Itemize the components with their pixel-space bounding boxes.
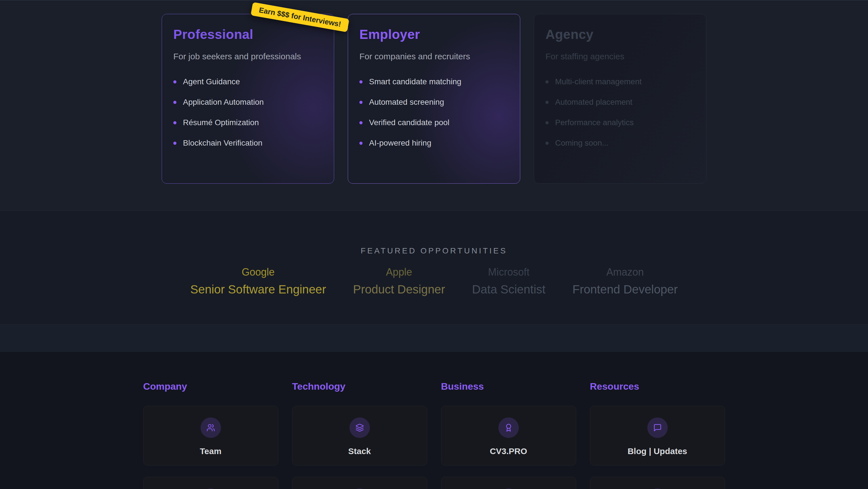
layers-icon — [349, 418, 370, 438]
job-company: Amazon — [572, 266, 678, 278]
footer-card-label: CV3.PRO — [490, 447, 527, 456]
bullet-dot-icon — [360, 142, 363, 145]
plan-feature-label: Automated screening — [369, 98, 444, 106]
job-role: Product Designer — [353, 283, 445, 296]
plan-feature-label: AI-powered hiring — [369, 139, 431, 147]
plan-card-employer[interactable]: Employer For companies and recruiters Sm… — [348, 14, 520, 183]
featured-jobs-row: Google Senior Software Engineer Apple Pr… — [0, 266, 868, 296]
footer-card-partial[interactable] — [441, 477, 576, 489]
bullet-dot-icon — [173, 80, 177, 83]
footer-card-cv3pro[interactable]: CV3.PRO — [441, 406, 576, 465]
job-role: Frontend Developer — [572, 283, 678, 296]
users-icon — [200, 418, 221, 438]
footer-column-company: Company Team — [143, 381, 278, 489]
section-divider-strip — [0, 325, 868, 352]
footer-card-partial[interactable] — [143, 477, 278, 489]
plan-feature-label: Smart candidate matching — [369, 78, 461, 86]
plan-card-agency: Agency For staffing agencies Multi-clien… — [534, 14, 706, 183]
plan-feature-label: Résumé Optimization — [183, 119, 259, 126]
plan-card-professional[interactable]: Professional For job seekers and profess… — [162, 14, 334, 183]
job-company: Apple — [353, 266, 445, 278]
plan-feature: Automated screening — [360, 98, 508, 106]
plan-feature: Agent Guidance — [173, 78, 322, 86]
footer-heading-business: Business — [441, 381, 576, 391]
bullet-dot-icon — [360, 80, 363, 83]
plan-feature-label: Multi-client management — [555, 78, 642, 86]
bullet-dot-icon — [173, 101, 177, 104]
plan-feature-label: Blockchain Verification — [183, 139, 262, 147]
bullet-dot-icon — [546, 80, 549, 83]
plan-feature-label: Performance analytics — [555, 119, 634, 126]
plan-title-professional: Professional — [173, 27, 322, 42]
plan-feature: Performance analytics — [546, 119, 695, 126]
footer-card-stack[interactable]: Stack — [292, 406, 427, 465]
footer-column-resources: Resources Blog | Updates — [590, 381, 725, 489]
featured-opportunities-title: FEATURED OPPORTUNITIES — [0, 210, 868, 255]
footer-card-team[interactable]: Team — [143, 406, 278, 465]
featured-job-microsoft[interactable]: Microsoft Data Scientist — [472, 266, 546, 296]
plan-feature-list: Smart candidate matching Automated scree… — [360, 78, 508, 147]
bullet-dot-icon — [360, 121, 363, 124]
plan-feature: Coming soon... — [546, 139, 695, 147]
plans-row: Professional For job seekers and profess… — [0, 0, 868, 183]
plan-description: For companies and recruiters — [360, 52, 508, 61]
featured-job-amazon[interactable]: Amazon Frontend Developer — [572, 266, 678, 296]
plan-feature: Application Automation — [173, 98, 322, 106]
footer-heading-resources: Resources — [590, 381, 725, 391]
job-role: Senior Software Engineer — [190, 283, 326, 296]
footer-heading-company: Company — [143, 381, 278, 391]
bullet-dot-icon — [546, 142, 549, 145]
footer-column-business: Business CV3.PRO — [441, 381, 576, 489]
message-square-icon — [647, 418, 668, 438]
page: Earn $$$ for Interviews! Professional Fo… — [0, 0, 868, 489]
plan-feature-list: Agent Guidance Application Automation Ré… — [173, 78, 322, 147]
footer-column-technology: Technology Stack — [292, 381, 427, 489]
footer: Company Team Technology Stack — [0, 352, 868, 489]
bullet-dot-icon — [173, 142, 177, 145]
footer-card-label: Team — [200, 447, 221, 456]
plan-feature-list: Multi-client management Automated placem… — [546, 78, 695, 147]
plan-feature: Multi-client management — [546, 78, 695, 86]
plan-feature-label: Automated placement — [555, 98, 632, 106]
plan-feature: Automated placement — [546, 98, 695, 106]
plan-feature: Blockchain Verification — [173, 139, 322, 147]
footer-card-partial[interactable] — [292, 477, 427, 489]
featured-job-google[interactable]: Google Senior Software Engineer — [190, 266, 326, 296]
plan-feature-label: Application Automation — [183, 98, 264, 106]
plan-title-employer: Employer — [360, 27, 508, 42]
plan-feature: Smart candidate matching — [360, 78, 508, 86]
plans-section: Earn $$$ for Interviews! Professional Fo… — [0, 0, 868, 210]
job-role: Data Scientist — [472, 283, 546, 296]
plan-title-agency: Agency — [546, 27, 695, 42]
bullet-dot-icon — [546, 121, 549, 124]
bullet-dot-icon — [360, 101, 363, 104]
plan-feature: AI-powered hiring — [360, 139, 508, 147]
bullet-dot-icon — [546, 101, 549, 104]
plan-description: For job seekers and professionals — [173, 52, 322, 61]
plan-feature-label: Agent Guidance — [183, 78, 240, 86]
footer-card-blog-updates[interactable]: Blog | Updates — [590, 406, 725, 465]
plan-feature: Verified candidate pool — [360, 119, 508, 126]
footer-card-partial[interactable] — [590, 477, 725, 489]
featured-opportunities-section: FEATURED OPPORTUNITIES Google Senior Sof… — [0, 210, 868, 325]
plan-feature: Résumé Optimization — [173, 119, 322, 126]
footer-card-label: Blog | Updates — [627, 447, 687, 456]
plan-feature-label: Coming soon... — [555, 139, 609, 147]
award-icon — [498, 418, 519, 438]
footer-columns: Company Team Technology Stack — [143, 352, 725, 489]
job-company: Microsoft — [472, 266, 546, 278]
footer-card-label: Stack — [348, 447, 371, 456]
plan-feature-label: Verified candidate pool — [369, 119, 449, 126]
featured-job-apple[interactable]: Apple Product Designer — [353, 266, 445, 296]
job-company: Google — [190, 266, 326, 278]
bullet-dot-icon — [173, 121, 177, 124]
footer-heading-technology: Technology — [292, 381, 427, 391]
plan-description: For staffing agencies — [546, 52, 695, 61]
